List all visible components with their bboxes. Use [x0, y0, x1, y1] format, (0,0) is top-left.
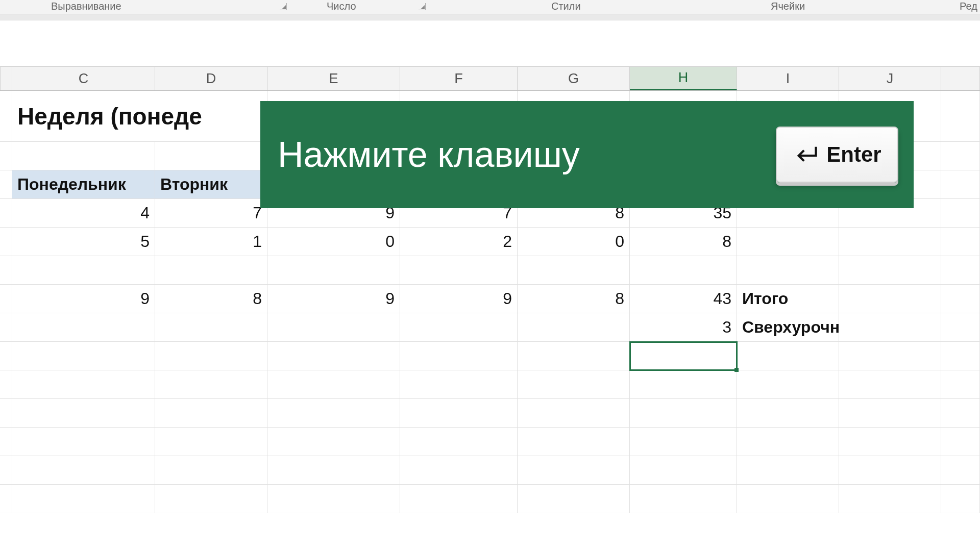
cell-C[interactable]: 4: [12, 199, 155, 228]
cell[interactable]: [941, 170, 980, 199]
cell-stub[interactable]: [0, 285, 12, 313]
cell[interactable]: [155, 313, 267, 342]
cell[interactable]: [12, 342, 155, 370]
cell-H[interactable]: 43: [630, 285, 737, 313]
cell[interactable]: [12, 370, 155, 399]
cell[interactable]: [941, 142, 980, 170]
cell[interactable]: [518, 313, 630, 342]
cell[interactable]: [267, 342, 400, 370]
cell-stub[interactable]: [0, 313, 12, 342]
cell[interactable]: [400, 313, 518, 342]
cell[interactable]: [630, 399, 737, 428]
cell-F[interactable]: 2: [400, 228, 518, 256]
col-header-C[interactable]: C: [12, 67, 155, 90]
cell-G[interactable]: 8: [518, 285, 630, 313]
cell[interactable]: [267, 313, 400, 342]
col-header-I[interactable]: I: [737, 67, 839, 90]
cell[interactable]: [518, 256, 630, 285]
cell[interactable]: [12, 428, 155, 456]
cell[interactable]: [941, 256, 980, 285]
cell-stub[interactable]: [0, 428, 12, 456]
cell-stub[interactable]: [0, 256, 12, 285]
cell[interactable]: [267, 370, 400, 399]
cell-stub[interactable]: [0, 199, 12, 228]
cell[interactable]: [737, 428, 839, 456]
cell[interactable]: [737, 399, 839, 428]
cell[interactable]: [839, 485, 941, 513]
cell[interactable]: [400, 256, 518, 285]
cell[interactable]: [400, 428, 518, 456]
cell[interactable]: [737, 485, 839, 513]
cell[interactable]: [155, 370, 267, 399]
col-header-F[interactable]: F: [400, 67, 518, 90]
dialog-launcher-icon[interactable]: [280, 3, 287, 10]
cell[interactable]: [12, 256, 155, 285]
hdr-mon[interactable]: Понедельник: [12, 170, 155, 199]
label-itogo[interactable]: Итого: [737, 285, 839, 313]
cell[interactable]: [941, 370, 980, 399]
cell[interactable]: [941, 399, 980, 428]
cell[interactable]: [518, 399, 630, 428]
cell-F[interactable]: 9: [400, 285, 518, 313]
cell-D[interactable]: 1: [155, 228, 267, 256]
cell[interactable]: [941, 428, 980, 456]
cell[interactable]: [155, 456, 267, 485]
col-header-J[interactable]: J: [839, 67, 941, 90]
cell[interactable]: [518, 485, 630, 513]
cell[interactable]: [630, 485, 737, 513]
cell[interactable]: [155, 256, 267, 285]
cell[interactable]: [839, 342, 941, 370]
col-header-H[interactable]: H: [630, 67, 737, 90]
cell[interactable]: [518, 342, 630, 370]
cell[interactable]: [941, 228, 980, 256]
cell-H[interactable]: 8: [630, 228, 737, 256]
cell[interactable]: [737, 256, 839, 285]
dialog-launcher-icon[interactable]: [419, 3, 426, 10]
cell[interactable]: [12, 313, 155, 342]
cell-stub[interactable]: [0, 456, 12, 485]
cell[interactable]: [941, 485, 980, 513]
cell[interactable]: [839, 370, 941, 399]
cell[interactable]: [839, 256, 941, 285]
cell-E[interactable]: 0: [267, 228, 400, 256]
cell[interactable]: [839, 428, 941, 456]
cell[interactable]: [941, 313, 980, 342]
cell[interactable]: [267, 399, 400, 428]
cell[interactable]: [400, 399, 518, 428]
cell[interactable]: [12, 485, 155, 513]
col-header-G[interactable]: G: [518, 67, 630, 90]
cell[interactable]: [518, 370, 630, 399]
cell[interactable]: [267, 485, 400, 513]
cell-stub[interactable]: [0, 342, 12, 370]
label-overtime[interactable]: Сверхурочные: [737, 313, 839, 342]
cell[interactable]: [155, 142, 267, 170]
col-header-rest[interactable]: [941, 67, 980, 90]
cell[interactable]: [630, 256, 737, 285]
cell-stub[interactable]: [0, 485, 12, 513]
cell-D[interactable]: 8: [155, 285, 267, 313]
col-header-D[interactable]: D: [155, 67, 267, 90]
cell-stub[interactable]: [0, 170, 12, 199]
cell[interactable]: [737, 370, 839, 399]
cell[interactable]: [518, 428, 630, 456]
cell[interactable]: [737, 228, 839, 256]
cell-E[interactable]: 9: [267, 285, 400, 313]
cell-C[interactable]: 9: [12, 285, 155, 313]
cell[interactable]: [12, 456, 155, 485]
cell[interactable]: [941, 91, 980, 142]
col-header-E[interactable]: E: [267, 67, 400, 90]
cell[interactable]: [155, 342, 267, 370]
cell[interactable]: [737, 342, 839, 370]
cell[interactable]: [839, 313, 941, 342]
cell[interactable]: [630, 370, 737, 399]
cell[interactable]: [941, 456, 980, 485]
cell[interactable]: [400, 342, 518, 370]
cell[interactable]: [155, 485, 267, 513]
cell[interactable]: [839, 228, 941, 256]
cell[interactable]: [155, 428, 267, 456]
cell-H[interactable]: 3: [630, 313, 737, 342]
cell[interactable]: [630, 456, 737, 485]
cell[interactable]: [12, 399, 155, 428]
selected-cell[interactable]: [630, 342, 737, 370]
cell[interactable]: [267, 456, 400, 485]
